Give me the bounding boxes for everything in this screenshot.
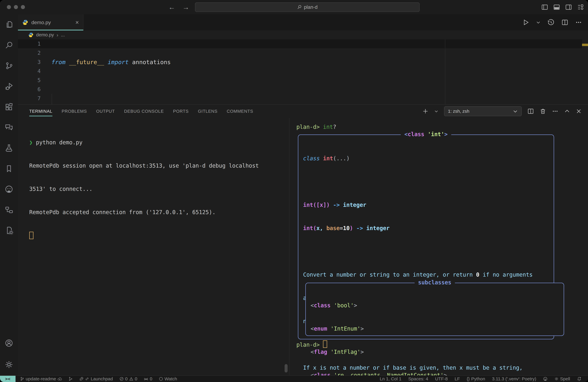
close-tab-icon[interactable]: × xyxy=(75,19,79,26)
panel-tab-gitlens[interactable]: GITLENS xyxy=(198,105,217,118)
titlebar: ← → plan-d xyxy=(0,0,588,14)
close-panel-icon[interactable] xyxy=(576,108,582,114)
spell-checker-status[interactable]: Spell xyxy=(554,376,570,382)
panel-tab-debug-console[interactable]: DEBUG CONSOLE xyxy=(124,105,164,118)
panel-tab-terminal[interactable]: TERMINAL xyxy=(29,105,52,118)
code-line: from __future__ import annotations xyxy=(52,57,171,67)
sidebar-item-search[interactable] xyxy=(0,35,18,56)
notifications-button[interactable] xyxy=(577,377,581,381)
help-line: int([x]) -> integer xyxy=(303,201,546,209)
split-terminal-icon[interactable] xyxy=(527,108,534,115)
cloud-upload-icon xyxy=(58,377,62,381)
panel-tab-output[interactable]: OUTPUT xyxy=(96,105,115,118)
terminal-right-pane[interactable]: plan-d> int? <class 'int'> class int(...… xyxy=(289,118,588,376)
sidebar-item-hierarchy[interactable] xyxy=(0,199,18,220)
panel-tab-problems[interactable]: PROBLEMS xyxy=(62,105,87,118)
ports-status[interactable]: 0 xyxy=(144,376,152,382)
encoding-status[interactable]: UTF-8 xyxy=(435,376,448,382)
launchpad-button[interactable]: Launchpad xyxy=(79,376,113,382)
customize-layout-icon[interactable] xyxy=(577,4,584,10)
subclasses-box: subclasses <class 'bool'> <enum 'IntEnum… xyxy=(305,283,564,336)
command-center-search[interactable]: plan-d xyxy=(195,2,420,12)
indentation-status[interactable]: Spaces: 4 xyxy=(408,376,428,382)
kill-terminal-icon[interactable] xyxy=(540,108,546,115)
toggle-secondary-sidebar-icon[interactable] xyxy=(565,4,572,10)
help-box-title: <class 'int'> xyxy=(401,131,451,138)
github-status[interactable] xyxy=(543,377,547,381)
rocket-icon xyxy=(79,377,84,381)
pdb-prompt-input-line[interactable]: plan-d> xyxy=(296,340,327,349)
eol-status[interactable]: LF xyxy=(455,376,460,382)
sidebar-item-github[interactable] xyxy=(0,179,18,199)
terminal-session-select[interactable]: 1: zsh, zsh xyxy=(444,106,522,116)
hierarchy-icon xyxy=(5,206,13,214)
close-window-button[interactable] xyxy=(7,5,11,9)
terminal-cursor xyxy=(323,340,327,348)
commit-graph-button[interactable] xyxy=(68,377,73,381)
back-icon[interactable]: ← xyxy=(168,3,175,11)
toggle-panel-icon[interactable] xyxy=(553,4,560,10)
sidebar-item-explorer[interactable] xyxy=(0,14,18,35)
bottom-panel: TERMINAL PROBLEMS OUTPUT DEBUG CONSOLE P… xyxy=(18,104,588,376)
python-interpreter-status[interactable]: 3.11.3 ('.venv': Poetry) xyxy=(492,376,536,382)
python-icon xyxy=(22,19,28,25)
line-number: 2 xyxy=(18,48,41,57)
breadcrumb[interactable]: demo.py › ... xyxy=(18,30,588,39)
maximize-panel-icon[interactable] xyxy=(564,108,570,114)
sidebar-item-code-settings[interactable] xyxy=(0,220,18,241)
problems-status[interactable]: 0 0 xyxy=(119,376,137,382)
toggle-primary-sidebar-icon[interactable] xyxy=(541,4,548,10)
subclasses-box-title: subclasses xyxy=(415,279,455,286)
git-branch-icon xyxy=(20,377,24,381)
breadcrumb-more[interactable]: ... xyxy=(61,32,65,38)
account-icon xyxy=(5,339,13,347)
cursor-position-status[interactable]: Ln 1, Col 1 xyxy=(380,376,401,382)
run-debug-icon xyxy=(5,82,13,91)
split-editor-icon[interactable] xyxy=(561,19,568,26)
terminal-scrollbar[interactable] xyxy=(285,364,288,372)
terminal-area: ❯ python demo.py RemotePdb session open … xyxy=(18,118,588,376)
run-icon[interactable] xyxy=(522,19,529,26)
subclass-line: <flag 'IntFlag'> xyxy=(311,348,447,356)
breadcrumb-separator: › xyxy=(57,32,58,38)
chevron-down-icon[interactable] xyxy=(536,20,541,25)
line-number-gutter: 1 2 3 4 5 6 7 xyxy=(18,39,41,103)
minimize-window-button[interactable] xyxy=(14,5,18,9)
remote-indicator[interactable]: >< xyxy=(0,376,16,382)
broadcast-icon xyxy=(144,377,148,381)
line-number: 3 xyxy=(18,57,41,67)
account-button[interactable] xyxy=(0,333,18,353)
language-status[interactable]: {} Python xyxy=(467,376,485,382)
tab-demo-py[interactable]: demo.py × xyxy=(18,14,84,30)
more-actions-icon[interactable] xyxy=(575,19,582,26)
sidebar-item-extensions[interactable] xyxy=(0,97,18,117)
code-settings-icon xyxy=(5,226,13,235)
window-controls[interactable] xyxy=(7,5,25,9)
sidebar-item-run-debug[interactable] xyxy=(0,76,18,97)
sidebar-item-source-control[interactable] xyxy=(0,56,18,76)
more-actions-icon[interactable] xyxy=(552,108,558,115)
new-terminal-icon[interactable] xyxy=(422,108,429,114)
zoom-window-button[interactable] xyxy=(21,5,25,9)
git-branch-status[interactable]: update-readme xyxy=(20,376,62,382)
forward-icon[interactable]: → xyxy=(183,3,189,11)
code-editor[interactable]: 1 2 3 4 5 6 7 from __future__ import ann… xyxy=(18,39,588,104)
link-icon xyxy=(85,377,89,381)
terminal-cursor xyxy=(29,232,33,239)
timeline-icon[interactable] xyxy=(547,19,555,26)
sidebar-item-bookmarks[interactable] xyxy=(0,158,18,179)
watch-status[interactable]: Watch xyxy=(159,376,177,382)
panel-header: TERMINAL PROBLEMS OUTPUT DEBUG CONSOLE P… xyxy=(18,105,588,118)
chevron-down-icon[interactable] xyxy=(434,109,438,113)
line-number: 1 xyxy=(18,39,41,48)
sidebar-item-testing[interactable] xyxy=(0,138,18,158)
panel-tab-ports[interactable]: PORTS xyxy=(173,105,189,118)
breadcrumb-file[interactable]: demo.py xyxy=(36,32,54,38)
terminal-session-value: 1: zsh, zsh xyxy=(448,109,469,114)
terminal-left-pane[interactable]: ❯ python demo.py RemotePdb session open … xyxy=(29,123,286,255)
errors-icon xyxy=(119,377,124,381)
panel-tab-comments[interactable]: COMMENTS xyxy=(227,105,253,118)
sidebar-item-comments[interactable] xyxy=(0,117,18,138)
help-line xyxy=(303,178,546,186)
settings-button[interactable] xyxy=(0,353,18,376)
